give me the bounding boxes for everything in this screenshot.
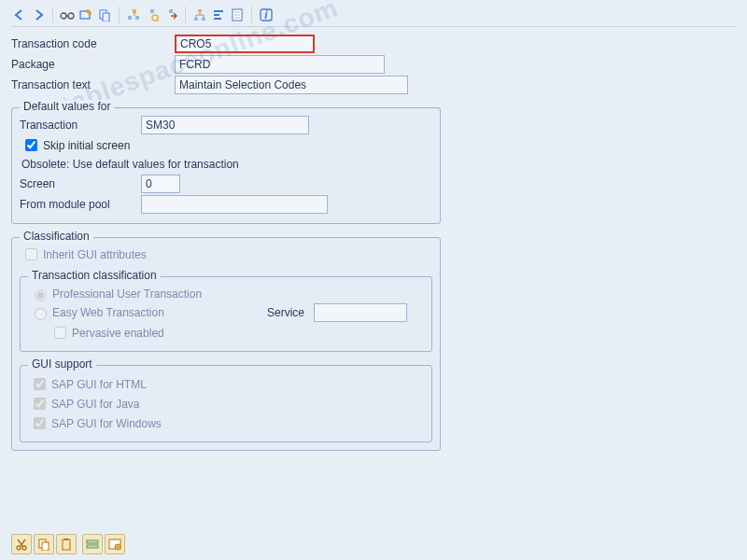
inherit-label: Inherit GUI attributes xyxy=(43,248,147,261)
info-icon[interactable]: i xyxy=(258,7,275,23)
ttext-label: Transaction text xyxy=(11,78,175,91)
svg-rect-6 xyxy=(133,9,136,13)
gui-support-group: GUI support SAP GUI for HTML SAP GUI for… xyxy=(20,365,432,442)
back-icon[interactable] xyxy=(11,7,28,23)
prof-radio xyxy=(35,289,47,301)
transaction-label: Transaction xyxy=(20,119,141,132)
tcode-label: Transaction code xyxy=(11,37,175,50)
gui-html-label: SAP GUI for HTML xyxy=(51,378,147,391)
gui-html-checkbox xyxy=(34,378,46,390)
classification-title: Classification xyxy=(20,230,93,243)
svg-rect-38 xyxy=(87,540,98,543)
classification-group: Classification Inherit GUI attributes Tr… xyxy=(11,237,441,451)
glasses-icon[interactable] xyxy=(59,7,76,23)
svg-rect-5 xyxy=(103,13,109,21)
hierarchy-icon[interactable] xyxy=(191,7,208,23)
inherit-checkbox xyxy=(25,248,37,260)
svg-rect-15 xyxy=(194,18,198,21)
svg-rect-16 xyxy=(202,18,205,21)
ttext-input[interactable] xyxy=(175,76,408,94)
skip-initial-checkbox[interactable] xyxy=(25,139,37,151)
svg-point-30 xyxy=(17,546,21,550)
mpool-label: From module pool xyxy=(20,198,141,211)
gui-support-title: GUI support xyxy=(28,357,96,371)
defaults-title: Default values for xyxy=(20,100,114,113)
bottom-toolbar xyxy=(11,534,125,554)
forward-icon[interactable] xyxy=(30,7,47,23)
svg-rect-13 xyxy=(169,9,173,13)
svg-point-1 xyxy=(68,13,74,19)
tcode-input[interactable] xyxy=(175,35,315,53)
cut-icon[interactable] xyxy=(11,534,32,554)
defaults-group: Default values for Transaction Skip init… xyxy=(11,107,441,224)
svg-line-12 xyxy=(157,20,159,21)
easy-radio xyxy=(35,308,47,320)
svg-rect-14 xyxy=(198,9,202,12)
config-icon[interactable] xyxy=(105,534,125,554)
mpool-input[interactable] xyxy=(141,195,328,214)
service-input xyxy=(314,303,407,322)
svg-rect-36 xyxy=(63,539,70,550)
svg-text:i: i xyxy=(264,8,268,21)
svg-rect-37 xyxy=(64,539,68,540)
svg-rect-10 xyxy=(150,9,154,13)
tree-search-icon[interactable] xyxy=(144,7,161,23)
pervasive-label: Pervasive enabled xyxy=(72,327,164,340)
sheet-icon[interactable] xyxy=(229,7,246,23)
screen-input[interactable] xyxy=(141,175,180,193)
display-change-icon[interactable] xyxy=(78,7,94,23)
toolbar: i xyxy=(11,4,736,27)
obsolete-note: Obsolete: Use default values for transac… xyxy=(21,158,432,171)
svg-line-33 xyxy=(18,539,22,546)
gui-win-checkbox xyxy=(34,417,46,429)
svg-rect-8 xyxy=(128,16,132,20)
svg-rect-35 xyxy=(42,542,49,551)
gui-win-label: SAP GUI for Windows xyxy=(51,417,162,430)
prof-label: Professional User Transaction xyxy=(52,287,202,301)
svg-rect-39 xyxy=(87,545,98,548)
align-left-icon[interactable] xyxy=(210,7,227,23)
package-input[interactable] xyxy=(175,55,385,74)
transaction-input[interactable] xyxy=(141,116,309,134)
gui-java-checkbox xyxy=(34,398,46,410)
skip-initial-label: Skip initial screen xyxy=(43,139,130,152)
trans-class-group: Transaction classification Professional … xyxy=(20,276,432,352)
screen-label: Screen xyxy=(20,177,141,190)
copy-clip-icon[interactable] xyxy=(34,534,54,554)
svg-point-31 xyxy=(22,546,26,550)
package-label: Package xyxy=(11,58,175,71)
tree-expand-icon[interactable] xyxy=(125,7,142,23)
copy-icon[interactable] xyxy=(96,7,113,23)
svg-point-0 xyxy=(61,13,66,19)
service-label: Service xyxy=(267,306,314,319)
trans-class-title: Transaction classification xyxy=(28,269,161,282)
svg-rect-9 xyxy=(135,16,139,20)
paste-icon[interactable] xyxy=(56,534,77,554)
gui-java-label: SAP GUI for Java xyxy=(51,398,139,411)
tree-export-icon[interactable] xyxy=(162,7,179,23)
pervasive-checkbox xyxy=(54,327,66,339)
easy-label: Easy Web Transaction xyxy=(52,306,267,319)
add-row-icon[interactable] xyxy=(82,534,103,554)
